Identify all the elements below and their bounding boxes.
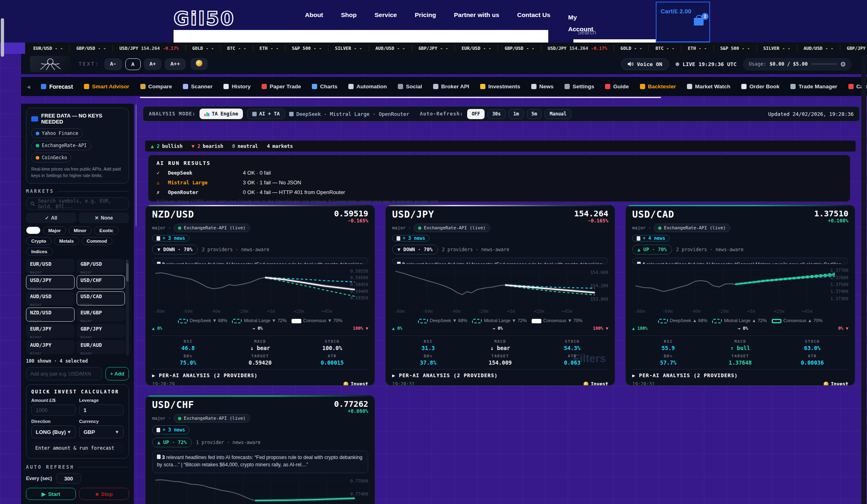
nav-item-about[interactable]: About <box>305 11 323 19</box>
tab-label: Forecast <box>49 83 73 90</box>
nav-item-shop[interactable]: Shop <box>341 11 357 19</box>
tab-automation[interactable]: Automation <box>348 83 387 90</box>
tab-history[interactable]: History <box>223 83 251 90</box>
gauge-flat: → 0% <box>253 326 263 331</box>
symbol-search-input[interactable]: Search symbols, e.g. EUR, Gold, BTC... <box>26 197 129 210</box>
pair-item-usd-chf[interactable]: USD/CHFmajor <box>77 275 125 289</box>
refresh-option-30s[interactable]: 30s <box>487 109 506 119</box>
start-button[interactable]: ▶Start <box>26 488 76 500</box>
tab-trade-manager[interactable]: Trade Manager <box>790 83 837 90</box>
page-scrollbar-thumb[interactable] <box>1 18 4 57</box>
tab-backtester[interactable]: Backtester <box>640 83 676 90</box>
pair-item-aud-jpy[interactable]: AUD/JPYminor <box>26 340 75 354</box>
provider-badge-exchangerateapi[interactable]: ExchangeRate-API <box>31 141 91 150</box>
news-badge[interactable]: + 4 news <box>632 235 670 241</box>
filter-pill-minor[interactable]: Minor <box>69 226 92 235</box>
pair-item-gbp-jpy[interactable]: GBP/JPYminor <box>77 324 125 338</box>
pair-item-nzd-usd[interactable]: NZD/USDmajor <box>26 308 75 322</box>
font-size-button-Aplus[interactable]: A+ <box>144 58 162 70</box>
header-search-field[interactable] <box>573 39 670 43</box>
font-size-button-Aminus[interactable]: A- <box>104 58 122 70</box>
select-none-button[interactable]: ✕None <box>79 213 129 223</box>
tabs-scrollbar[interactable] <box>140 97 661 98</box>
tab-paper-trade[interactable]: Paper Trade <box>262 83 301 90</box>
mode-ta-engine-button[interactable]: TA Engine <box>200 109 243 119</box>
tab-guide[interactable]: Guide <box>605 83 629 90</box>
source-pill: ExchangeRate-API (live) <box>174 414 250 423</box>
nav-item-pricing[interactable]: Pricing <box>415 11 436 19</box>
nav-item-service[interactable]: Service <box>375 11 397 19</box>
currency-select[interactable]: GBP▼ <box>79 425 124 438</box>
font-size-button-Aplusplus[interactable]: A++ <box>165 58 185 70</box>
tab-market-watch[interactable]: Market Watch <box>687 83 730 90</box>
stop-button[interactable]: ■Stop <box>79 488 129 500</box>
tab-compare[interactable]: Compare <box>140 83 172 90</box>
amount-input[interactable]: 1000 <box>31 404 76 416</box>
pair-item-eur-usd[interactable]: EUR/USDmajor <box>26 259 75 273</box>
news-badge[interactable]: + 3 news <box>392 235 429 241</box>
filter-pill-indices[interactable]: Indices <box>26 248 53 256</box>
filter-toggle-pill[interactable] <box>26 226 41 234</box>
pair-item-eur-gbp[interactable]: EUR/GBPmajor <box>77 308 125 322</box>
news-badge[interactable]: + 3 news <box>152 425 189 434</box>
tab-label: Guide <box>613 83 629 90</box>
add-pair-button[interactable]: + Add <box>105 367 129 380</box>
svg-text:1.37700: 1.37700 <box>831 268 848 273</box>
pair-item-gbp-usd[interactable]: GBP/USDmajor <box>77 259 125 273</box>
tab-charts[interactable]: Charts <box>312 83 337 90</box>
site-search-placeholder[interactable]: Search <box>577 29 596 36</box>
invest-button[interactable]: Invest <box>584 381 608 386</box>
every-sec-input[interactable]: 300 <box>56 473 81 484</box>
pair-item-usd-jpy[interactable]: USD/JPYmajor <box>26 275 75 289</box>
theme-palette-button[interactable] <box>191 58 208 70</box>
sidebar-scrollbar[interactable] <box>135 105 137 226</box>
provider-badge-coingecko[interactable]: CoinGecko <box>31 153 71 162</box>
tab-order-book[interactable]: Order Book <box>741 83 779 90</box>
refresh-option-1m[interactable]: 1m <box>509 109 524 119</box>
filter-pill-crypto[interactable]: Crypto <box>26 237 52 245</box>
provider-badge-yahoofinance[interactable]: Yahoo Finance <box>31 128 83 138</box>
refresh-option-manual[interactable]: Manual <box>545 109 571 119</box>
tabs-scroll-left[interactable]: ◀ <box>27 83 30 90</box>
add-pair-input[interactable]: Add any pair e.g. USD/MXN <box>26 367 102 380</box>
pair-item-aud-usd[interactable]: AUD/USDmajor <box>26 291 75 305</box>
refresh-option-5m[interactable]: 5m <box>527 109 542 119</box>
per-ai-analysis-toggle[interactable]: ▶ PER-AI ANALYSIS (2 PROVIDERS) <box>632 369 848 378</box>
tab-forecast[interactable]: Forecast <box>41 83 73 90</box>
news-badge[interactable]: + 3 news <box>152 235 189 241</box>
tab-broker-api[interactable]: Broker API <box>433 83 469 90</box>
pair-item-eur-jpy[interactable]: EUR/JPYminor <box>26 324 75 338</box>
refresh-option-off[interactable]: OFF <box>467 109 485 119</box>
pair-item-usd-cad[interactable]: USD/CADmajor <box>77 291 125 305</box>
gear-icon[interactable]: ⚙ <box>840 60 846 68</box>
nav-item-contact-us[interactable]: Contact Us <box>517 11 550 19</box>
site-logo[interactable]: Gil50 <box>174 7 235 30</box>
filter-pill-commod[interactable]: Commod <box>82 237 112 245</box>
filter-pill-exotic[interactable]: Exotic <box>94 226 119 235</box>
tab-investments[interactable]: Investments <box>480 83 520 90</box>
filter-pill-major[interactable]: Major <box>43 226 66 235</box>
tab-settings[interactable]: Settings <box>564 83 594 90</box>
nav-item-partner-with-us[interactable]: Partner with us <box>454 11 499 19</box>
filter-pill-metals[interactable]: Metals <box>54 237 79 245</box>
robot-icon <box>289 112 294 116</box>
invest-button[interactable]: Invest <box>824 381 848 386</box>
tab-news[interactable]: News <box>531 83 554 90</box>
select-all-button[interactable]: ✓All <box>26 213 76 223</box>
tab-smart-advisor[interactable]: Smart Advisor <box>84 83 129 90</box>
pair-item-eur-aud[interactable]: EUR/AUDminor <box>77 340 125 354</box>
mode-ai-ta-button[interactable]: AI + TA <box>247 109 285 119</box>
voice-toggle-button[interactable]: Voice ON <box>621 58 670 70</box>
leverage-input[interactable]: 1 <box>79 404 124 416</box>
tab-social[interactable]: Social <box>398 83 422 90</box>
per-ai-analysis-toggle[interactable]: ▶ PER-AI ANALYSIS (2 PROVIDERS) <box>392 369 608 378</box>
pair-list-scrollbar[interactable]: ▲ <box>126 259 129 355</box>
per-ai-analysis-toggle[interactable]: ▶ PER-AI ANALYSIS (2 PROVIDERS) <box>152 369 368 378</box>
tab-scanner[interactable]: Scanner <box>183 83 212 90</box>
free-data-card: FREE DATA — NO KEYS NEEDED Yahoo Finance… <box>26 108 129 184</box>
font-size-button-A[interactable]: A <box>125 58 141 70</box>
cart-button[interactable]: Cart/£ 2.00 2 <box>656 2 710 42</box>
invest-button[interactable]: Invest <box>343 381 368 386</box>
page-scrollbar-track[interactable] <box>861 57 866 504</box>
direction-select[interactable]: LONG (Buy)▼ <box>31 425 76 438</box>
